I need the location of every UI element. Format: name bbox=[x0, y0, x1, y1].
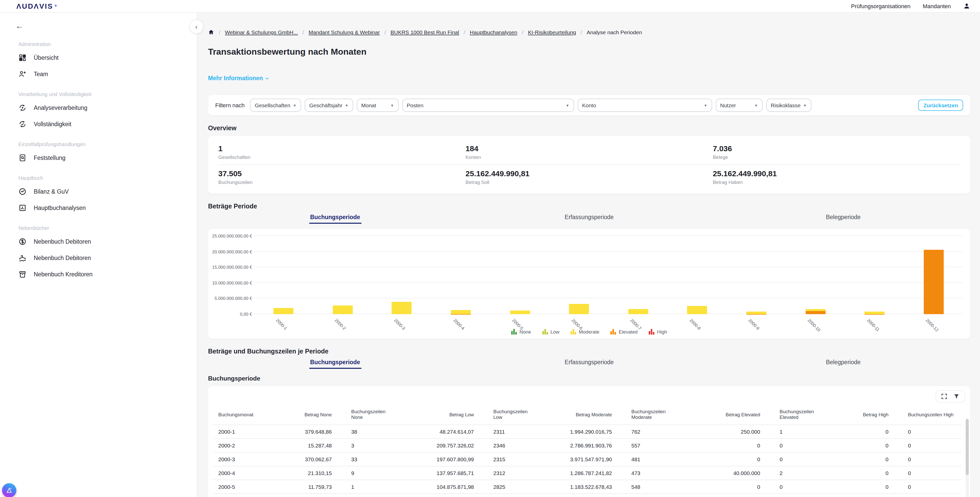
breadcrumb-separator: / bbox=[522, 29, 523, 35]
legend-item-low[interactable]: Low bbox=[542, 329, 560, 335]
table-row[interactable]: 2000-421.310,159137.957.685,7123121.286.… bbox=[213, 466, 962, 480]
filter-dropdown-geschäftsjahr[interactable]: Geschäftsjahr▼ bbox=[305, 98, 353, 112]
breadcrumb-item[interactable]: BUKRS 1000 Best Run Final bbox=[391, 29, 459, 35]
col-header[interactable]: Buchungszeilen None bbox=[332, 405, 382, 425]
table-scrollbar-thumb[interactable] bbox=[966, 419, 969, 475]
tab-erfassungsperiode[interactable]: Erfassungsperiode bbox=[462, 214, 716, 224]
sidebar-item-analyseverarbeitung[interactable]: Analyseverarbeitung bbox=[18, 101, 197, 114]
filter-dropdown-nutzer[interactable]: Nutzer▼ bbox=[716, 98, 762, 112]
sidebar-item-nebenbuch-debitoren[interactable]: Nebenbuch Debitoren bbox=[18, 235, 197, 248]
reset-filters-button[interactable]: Zurücksetzen bbox=[918, 100, 963, 111]
sidebar-item-bilanz-guv[interactable]: Bilanz & GuV bbox=[18, 185, 197, 198]
chart-bar-moderate[interactable] bbox=[628, 309, 648, 314]
sidebar-item-label: Hauptbuchanalysen bbox=[34, 205, 86, 211]
chart-bar-moderate[interactable] bbox=[569, 304, 589, 314]
chart-bar-moderate[interactable] bbox=[333, 305, 353, 314]
legend-item-high[interactable]: High bbox=[649, 329, 667, 335]
legend-item-none[interactable]: None bbox=[511, 329, 531, 335]
stat-konten: 184Konten bbox=[465, 140, 713, 165]
chart-bar-elevated[interactable] bbox=[805, 311, 826, 314]
sidebar-collapse-button[interactable]: ‹ bbox=[189, 19, 204, 34]
col-header[interactable]: Betrag High bbox=[827, 405, 888, 425]
audavis-logo[interactable]: ΛUDΛVIS bbox=[16, 2, 58, 10]
col-header[interactable]: Buchungszeilen Elevated bbox=[760, 405, 827, 425]
filter-dropdown-monat[interactable]: Monat▼ bbox=[356, 98, 398, 112]
stat-belege: 7.036Belege bbox=[713, 140, 960, 165]
tab-belegperiode[interactable]: Belegperiode bbox=[716, 359, 970, 369]
cell: 2315 bbox=[474, 452, 530, 466]
col-header[interactable]: Betrag Low bbox=[382, 405, 474, 425]
col-header[interactable]: Buchungszeilen Low bbox=[474, 405, 530, 425]
breadcrumb-item[interactable]: Mandant Schulung & Webinar bbox=[309, 29, 380, 35]
chart-bar-elevated[interactable] bbox=[746, 314, 766, 314]
table-row[interactable]: 2000-1379.648,863848.274.614,0723111.994… bbox=[213, 425, 962, 438]
chart-bar-moderate[interactable] bbox=[451, 310, 471, 314]
cell: 2825 bbox=[474, 480, 530, 494]
breadcrumb-item[interactable]: Webinar & Schulungs GmbH... bbox=[225, 29, 298, 35]
chart-bar-elevated[interactable] bbox=[924, 250, 943, 314]
chart-bar-moderate[interactable] bbox=[687, 306, 707, 314]
filter-icon[interactable] bbox=[953, 393, 959, 399]
table-scrollbar[interactable] bbox=[966, 419, 969, 497]
sidebar-item-nebenbuch-debitoren[interactable]: Nebenbuch Debitoren bbox=[18, 251, 197, 265]
sidebar-item-team[interactable]: Team bbox=[18, 67, 197, 81]
chart-bar-moderate[interactable] bbox=[392, 302, 412, 314]
table-row[interactable]: 2000-511.759,731104.875.871,9828251.183.… bbox=[213, 480, 962, 494]
home-icon[interactable] bbox=[208, 29, 214, 35]
breadcrumb-separator: / bbox=[302, 29, 304, 35]
cell: 379.648,86 bbox=[272, 425, 332, 438]
sidebar-item-feststellung[interactable]: Feststellung bbox=[18, 151, 197, 165]
sidebar-item--bersicht[interactable]: Übersicht bbox=[18, 51, 197, 64]
chart-y-tick-label: 15.000.000.000,00 € bbox=[211, 265, 252, 270]
cell: 0 bbox=[827, 425, 888, 438]
filter-dropdown-konto[interactable]: Konto▼ bbox=[578, 98, 712, 112]
chart-bar-elevated[interactable] bbox=[864, 314, 885, 314]
sidebar-item-vollst-ndigkeit[interactable]: Vollständigkeit bbox=[18, 118, 197, 131]
col-header[interactable]: Buchungszeilen Moderate bbox=[612, 405, 673, 425]
cell: 0 bbox=[827, 494, 888, 497]
chart-bar-moderate[interactable] bbox=[274, 308, 294, 314]
legend-item-elevated[interactable]: Elevated bbox=[611, 329, 638, 335]
fullscreen-icon[interactable] bbox=[941, 393, 947, 399]
chart-bar-moderate[interactable] bbox=[864, 311, 885, 314]
legend-bars-icon bbox=[571, 329, 576, 335]
person-icon[interactable] bbox=[963, 3, 970, 10]
filter-dropdown-posten[interactable]: Posten▼ bbox=[402, 98, 574, 112]
back-arrow-button[interactable]: ← bbox=[15, 21, 25, 31]
table-toolbar-box bbox=[935, 390, 965, 402]
sidebar-item-label: Nebenbuch Debitoren bbox=[34, 238, 91, 245]
sidebar-item-label: Bilanz & GuV bbox=[34, 189, 69, 195]
bar-chart: 2000-12000-22000-32000-42000-52000-62000… bbox=[254, 236, 963, 314]
breadcrumb-item[interactable]: Hauptbuchanalysen bbox=[470, 29, 517, 35]
assistant-fab-button[interactable] bbox=[2, 483, 16, 497]
cell: 3.176.326.948,27 bbox=[530, 494, 612, 497]
tab-buchungsperiode[interactable]: Buchungsperiode bbox=[208, 359, 462, 369]
col-header[interactable]: Betrag Elevated bbox=[673, 405, 760, 425]
col-header[interactable]: Buchungszeilen High bbox=[888, 405, 962, 425]
table-row[interactable]: 2000-215.287,483209.757.326,0223462.786.… bbox=[213, 438, 962, 452]
chart-bar-moderate[interactable] bbox=[510, 310, 530, 314]
tab-belegperiode[interactable]: Belegperiode bbox=[716, 214, 970, 224]
stat-value: 37.505 bbox=[218, 169, 465, 178]
cell: 0 bbox=[760, 480, 827, 494]
sidebar-item-hauptbuchanalysen[interactable]: Hauptbuchanalysen bbox=[18, 201, 197, 214]
nav-mandanten[interactable]: Mandanten bbox=[923, 3, 951, 9]
breadcrumb-item[interactable]: KI-Risikobeurteilung bbox=[528, 29, 576, 35]
legend-item-moderate[interactable]: Moderate bbox=[571, 329, 599, 335]
tab-buchungsperiode[interactable]: Buchungsperiode bbox=[208, 214, 462, 224]
table-row[interactable]: 2000-3370.062,6733197.607.800,9923153.97… bbox=[213, 452, 962, 466]
filter-dropdown-gesellschaften[interactable]: Gesellschaften▼ bbox=[250, 98, 301, 112]
col-header[interactable]: Buchungsmonat bbox=[213, 405, 272, 425]
col-header[interactable]: Betrag Moderate bbox=[530, 405, 612, 425]
filter-dropdown-risikoklasse[interactable]: Risikoklasse▼ bbox=[766, 98, 811, 112]
nav-pruefungsorganisationen[interactable]: Prüfungsorganisationen bbox=[851, 3, 910, 9]
more-information-toggle[interactable]: Mehr Informationen bbox=[208, 75, 270, 81]
chart-bar-moderate[interactable] bbox=[805, 309, 826, 311]
table-row[interactable]: 2000-6199.492,8512114.375.943,7026493.17… bbox=[213, 494, 962, 497]
chart-bar-moderate[interactable] bbox=[746, 311, 766, 314]
sidebar-item-nebenbuch-kreditoren[interactable]: Nebenbuch Kreditoren bbox=[18, 268, 197, 281]
col-header[interactable]: Betrag None bbox=[272, 405, 332, 425]
tab-erfassungsperiode[interactable]: Erfassungsperiode bbox=[462, 359, 716, 369]
sidebar-item-label: Nebenbuch Kreditoren bbox=[34, 271, 92, 277]
cell: 0 bbox=[888, 480, 962, 494]
